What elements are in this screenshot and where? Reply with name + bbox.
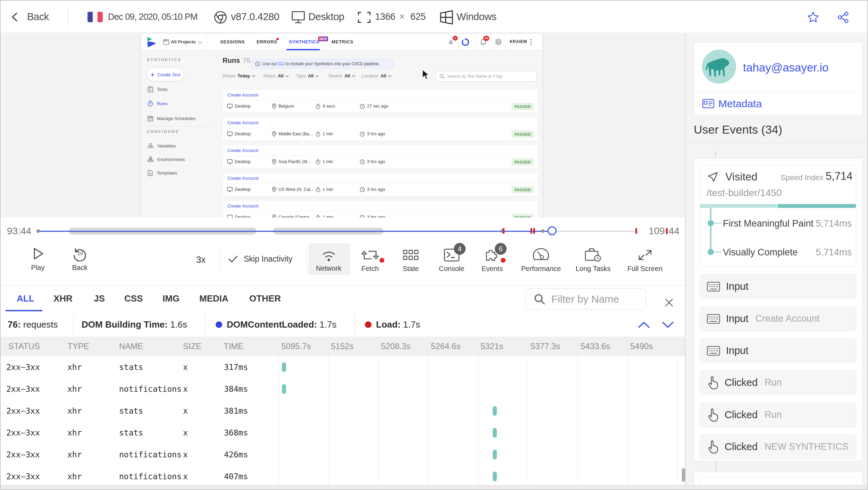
- app-tab-metrics[interactable]: METRICS: [332, 34, 353, 50]
- run-test-name[interactable]: Create Account: [227, 120, 258, 125]
- load-dot: [365, 321, 372, 328]
- error-marker[interactable]: [503, 228, 504, 234]
- timeline-track[interactable]: [1, 231, 685, 232]
- run-test-name[interactable]: Create Account: [227, 148, 258, 153]
- run-card[interactable]: Create Account Desktop Middle East (Ba..…: [223, 118, 537, 140]
- back-10s-button[interactable]: 10 Back: [72, 246, 88, 272]
- net-tab-media[interactable]: MEDIA: [199, 293, 228, 304]
- filter-device[interactable]: DeviceAll: [329, 74, 356, 78]
- panel-tab-performance[interactable]: Performance: [521, 248, 561, 273]
- id-card-icon: [702, 99, 714, 108]
- app-tab-synthetics[interactable]: SYNTHETICS: [289, 34, 319, 50]
- event-item[interactable]: Input Create Account: [700, 306, 856, 331]
- panel-tab-network[interactable]: Network: [316, 249, 341, 272]
- horizontal-scrollbar-track[interactable]: [1, 485, 867, 490]
- share-icon[interactable]: [837, 11, 849, 24]
- panel-tab-fetch[interactable]: Fetch: [360, 248, 380, 273]
- stopwatch-icon: [316, 159, 320, 164]
- filter-status[interactable]: StatusAll: [263, 74, 289, 78]
- filter-type[interactable]: TypeAll: [296, 74, 319, 78]
- net-tab-css[interactable]: CSS: [124, 293, 143, 304]
- network-table: STATUS TYPE NAME SIZE TIME 5095.7s 5152s…: [1, 337, 685, 485]
- gauge-icon: [532, 248, 550, 262]
- run-card[interactable]: Create Account Desktop Canada (Centra...…: [223, 201, 537, 218]
- calendar-icon: [148, 116, 153, 121]
- app-sidebar-item-runs[interactable]: Runs: [148, 101, 167, 107]
- chevron-down-icon[interactable]: [661, 321, 674, 329]
- panel-tab-state[interactable]: State: [402, 248, 419, 273]
- stopwatch-icon: [316, 132, 320, 137]
- skip-inactivity-toggle[interactable]: Skip Inactivity: [228, 254, 293, 264]
- visited-event-card[interactable]: Visited Speed Index 5,714 /test-builder/…: [700, 165, 856, 267]
- network-request-row[interactable]: 2xx–3xx xhr stats x 317ms: [1, 356, 685, 378]
- app-sidebar-item-tests[interactable]: Tests: [148, 86, 167, 92]
- net-tab-all[interactable]: ALL: [17, 293, 34, 304]
- chevron-up-icon[interactable]: [637, 321, 650, 329]
- chevron-left-icon[interactable]: [10, 12, 19, 22]
- error-marker[interactable]: [531, 228, 532, 234]
- filter-location[interactable]: LocationAll: [362, 74, 392, 78]
- app-search-input[interactable]: Search by Test Name or #Tag: [436, 71, 537, 82]
- stopwatch-icon: [148, 101, 153, 107]
- network-request-row[interactable]: 2xx–3xx xhr stats x 381ms: [1, 400, 685, 422]
- network-request-row[interactable]: 2xx–3xx xhr notifications x 384ms: [1, 378, 685, 400]
- error-marker[interactable]: [635, 228, 637, 234]
- app-tab-errors[interactable]: ERRORS: [257, 34, 277, 50]
- run-card[interactable]: Create Account Desktop Belgium 4 secs 27…: [223, 90, 537, 112]
- asayer-logo[interactable]: [147, 37, 157, 48]
- hand-pointer-icon: [707, 408, 719, 422]
- app-sidebar-item-templates[interactable]: Templates: [148, 170, 177, 176]
- event-item[interactable]: Clicked Run: [700, 370, 856, 395]
- timeline-handle[interactable]: [548, 226, 557, 235]
- keyboard-icon: [707, 282, 720, 292]
- create-test-button[interactable]: Create Test: [147, 68, 184, 81]
- net-tab-other[interactable]: OTHER: [249, 293, 281, 304]
- panel-tab-long-tasks[interactable]: Long Tasks: [576, 248, 611, 273]
- project-window-icon: [163, 39, 169, 45]
- keyboard-icon: [707, 314, 720, 324]
- network-panel: ALL XHR JS CSS IMG MEDIA OTHER Filter by…: [1, 285, 685, 485]
- kebab-menu-icon[interactable]: [530, 39, 532, 45]
- user-card: tahay@asayer.io Metadata: [694, 42, 863, 115]
- project-selector[interactable]: All Projects: [171, 34, 196, 50]
- errors-dot: [276, 38, 279, 40]
- filter-period[interactable]: PeriodToday: [223, 74, 256, 78]
- vertical-scrollbar-thumb[interactable]: [682, 468, 685, 482]
- user-email-link[interactable]: tahay@asayer.io: [743, 61, 828, 74]
- event-item[interactable]: Clicked Run: [700, 403, 856, 427]
- app-sidebar-item-schedules[interactable]: Manage Schedules: [148, 116, 195, 121]
- net-tab-js[interactable]: JS: [94, 293, 105, 304]
- network-request-row[interactable]: 2xx–3xx xhr notifications x 407ms: [1, 465, 685, 485]
- back-button[interactable]: Back: [27, 11, 49, 23]
- run-card[interactable]: Create Account Desktop Asia Pacific (M..…: [223, 145, 537, 168]
- run-test-name[interactable]: Create Account: [227, 92, 258, 98]
- network-summary-bar: 76: requests DOM Building Time: 1.6s DOM…: [1, 312, 685, 337]
- user-menu[interactable]: KRAIEM: [510, 34, 527, 50]
- play-button[interactable]: Play: [30, 246, 45, 272]
- app-sidebar-item-variables[interactable]: Variables: [148, 143, 176, 149]
- metadata-row[interactable]: Metadata: [694, 91, 862, 116]
- event-item[interactable]: Clicked NEW SYNTHETICS: [700, 434, 856, 459]
- network-request-row[interactable]: 2xx–3xx xhr notifications x 426ms: [1, 443, 685, 465]
- viewport-brackets-icon: [358, 11, 371, 23]
- run-test-name[interactable]: Create Account: [227, 203, 258, 209]
- run-card[interactable]: Create Account Desktop US West (N. Cal..…: [223, 173, 537, 196]
- clock-icon: [360, 187, 365, 192]
- net-tab-xhr[interactable]: XHR: [53, 293, 73, 304]
- run-test-name[interactable]: Create Account: [227, 176, 258, 181]
- app-tab-sessions[interactable]: SESSIONS: [220, 34, 245, 50]
- mouse-cursor: [422, 69, 430, 81]
- network-request-row[interactable]: 2xx–3xx xhr stats x 368ms: [1, 422, 685, 443]
- close-icon[interactable]: [663, 296, 675, 309]
- event-item[interactable]: Input: [700, 338, 856, 363]
- cli-link[interactable]: CLI: [278, 61, 285, 66]
- panel-tab-full-screen[interactable]: Full Screen: [627, 248, 662, 273]
- speed-toggle[interactable]: 3x: [196, 254, 206, 265]
- net-tab-img[interactable]: IMG: [162, 293, 180, 304]
- event-item[interactable]: Input: [700, 274, 856, 299]
- filter-input[interactable]: Filter by Name: [526, 288, 646, 310]
- gear-icon[interactable]: [495, 38, 502, 45]
- star-icon[interactable]: [807, 11, 820, 24]
- error-marker[interactable]: [533, 228, 535, 234]
- app-sidebar-item-environments[interactable]: Environments: [148, 157, 185, 162]
